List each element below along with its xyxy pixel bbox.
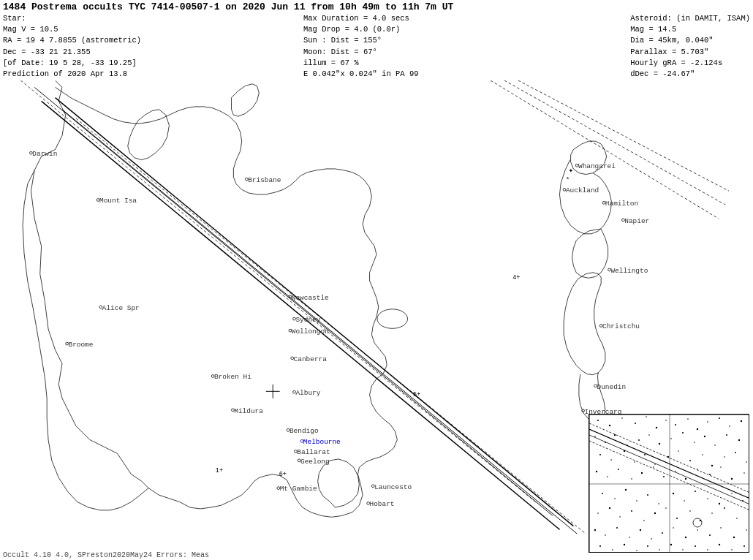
svg-text:Sydney: Sydney	[295, 316, 320, 324]
svg-text:Brisbane: Brisbane	[248, 176, 281, 184]
info-center-panel: Max Duration = 4.0 secs Mag Drop = 4.0 (…	[303, 13, 419, 80]
svg-point-100	[694, 442, 695, 443]
svg-point-179	[624, 544, 625, 545]
svg-point-129	[709, 474, 711, 475]
svg-point-140	[636, 500, 637, 502]
svg-point-105	[599, 454, 601, 455]
svg-point-78	[609, 425, 610, 426]
svg-point-101	[704, 436, 705, 437]
svg-point-85	[687, 418, 689, 420]
svg-point-147	[719, 503, 720, 504]
star-label: Star:	[3, 13, 141, 24]
svg-text:Bendigo: Bendigo	[290, 427, 319, 435]
svg-text:Mount Isa: Mount Isa	[99, 197, 137, 205]
svg-point-166	[629, 537, 630, 538]
svg-point-172	[697, 529, 698, 531]
svg-text:Christchu: Christchu	[602, 322, 640, 330]
hourly-dec: dDec = -24.67"	[630, 69, 750, 80]
svg-point-77	[597, 420, 599, 421]
dec: Dec = -33 21 21.355	[3, 47, 141, 58]
svg-point-114	[702, 454, 703, 455]
svg-point-161	[724, 507, 725, 509]
svg-point-125	[663, 476, 665, 477]
svg-text:Broken Hi: Broken Hi	[214, 373, 251, 381]
of-date: [of Date: 19 5 28, -33 19.25]	[3, 58, 141, 69]
svg-point-81	[646, 416, 647, 417]
svg-point-176	[746, 529, 747, 531]
svg-point-174	[720, 527, 722, 529]
svg-text:Canberra: Canberra	[294, 355, 328, 363]
star-field-inset	[589, 414, 749, 553]
svg-text:6+: 6+	[279, 471, 287, 478]
svg-point-144	[684, 500, 685, 502]
info-left-panel: Star: Mag V = 10.5 RA = 19 4 7.8855 (ast…	[3, 13, 141, 80]
asteroid-mag: Mag = 14.5	[630, 24, 750, 35]
svg-text:Wellingto: Wellingto	[610, 267, 648, 275]
svg-point-153	[631, 510, 632, 512]
svg-point-158	[689, 510, 691, 512]
svg-point-117	[735, 452, 736, 453]
svg-point-121	[618, 469, 619, 470]
svg-point-177	[599, 545, 601, 547]
svg-point-127	[685, 478, 686, 480]
svg-text:Newcastle: Newcastle	[292, 294, 329, 302]
svg-point-154	[643, 520, 645, 521]
svg-point-115	[711, 465, 713, 466]
svg-point-123	[641, 472, 643, 474]
svg-point-187	[719, 544, 720, 545]
svg-point-108	[634, 461, 635, 463]
svg-line-6	[504, 80, 725, 205]
svg-point-131	[731, 478, 733, 480]
svg-text:Napier: Napier	[624, 217, 649, 225]
svg-point-86	[697, 428, 698, 430]
svg-point-120	[607, 476, 608, 477]
main-container: 1484 Postrema occults TYC 7414-00507-1 o…	[0, 0, 753, 560]
svg-point-164	[605, 534, 606, 536]
svg-text:Broome: Broome	[68, 341, 93, 349]
svg-point-103	[726, 434, 727, 436]
svg-point-155	[654, 512, 656, 514]
svg-point-130	[720, 466, 722, 468]
svg-point-142	[658, 503, 659, 504]
svg-point-102	[714, 444, 716, 446]
svg-point-175	[733, 537, 735, 538]
svg-point-106	[610, 459, 612, 461]
svg-text:Melbourne: Melbourne	[303, 438, 341, 446]
svg-point-141	[647, 494, 648, 496]
svg-point-170	[673, 527, 674, 529]
svg-point-89	[729, 425, 730, 427]
svg-text:*: *	[566, 177, 570, 184]
max-duration: Max Duration = 4.0 secs	[303, 13, 419, 24]
svg-point-124	[653, 466, 654, 468]
bottom-bar: Occult 4.10 4.0, SPreston2020May24 Error…	[0, 550, 753, 560]
svg-point-90	[741, 420, 742, 422]
svg-point-87	[707, 421, 708, 423]
svg-text:Ballarat: Ballarat	[297, 448, 330, 456]
asteroid-dia: Dia = 45km, 0.040"	[630, 35, 750, 46]
moon-dist: Moon: Dist = 67°	[303, 47, 419, 58]
svg-point-99	[682, 432, 684, 434]
svg-point-169	[662, 532, 663, 534]
svg-point-137	[602, 493, 603, 494]
svg-point-104	[738, 439, 740, 441]
svg-text:Dunedin: Dunedin	[597, 383, 626, 391]
ra: RA = 19 4 7.8855 (astrometric)	[3, 35, 141, 46]
svg-text:4+: 4+	[512, 274, 520, 281]
title-bar: 1484 Postrema occults TYC 7414-00507-1 o…	[0, 0, 753, 14]
svg-point-185	[695, 545, 696, 547]
hourly-gra: Hourly gRA = -2.124s	[630, 58, 750, 69]
svg-point-145	[695, 491, 696, 492]
svg-point-163	[594, 529, 596, 531]
svg-point-113	[689, 460, 691, 461]
mag-drop: Mag Drop = 4.0 (0.0r)	[303, 24, 419, 35]
svg-text:Alice Spr: Alice Spr	[102, 304, 140, 312]
svg-point-189	[743, 545, 745, 547]
svg-text:Auckland: Auckland	[566, 186, 599, 194]
svg-point-156	[665, 507, 667, 509]
svg-text:Albury: Albury	[295, 389, 320, 397]
svg-point-84	[675, 424, 676, 425]
svg-line-3	[62, 110, 580, 534]
svg-point-97	[659, 443, 660, 444]
svg-point-143	[673, 493, 674, 494]
svg-text:1+: 1+	[216, 467, 223, 474]
